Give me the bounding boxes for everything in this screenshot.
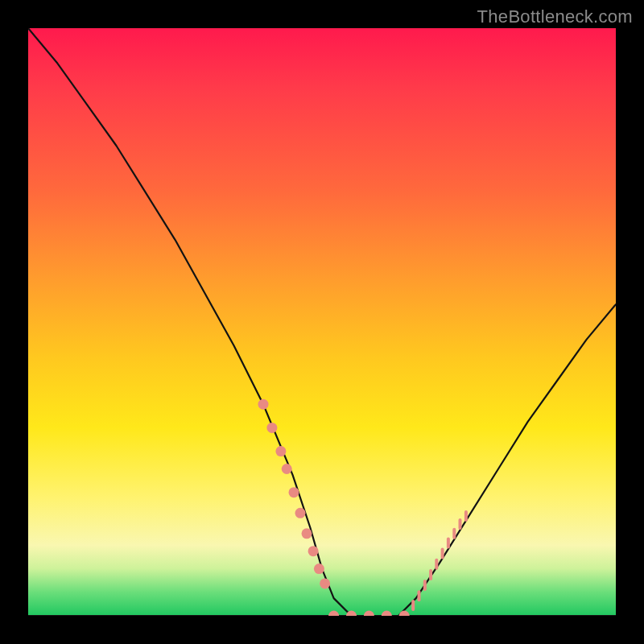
data-dot <box>289 487 299 497</box>
data-tick <box>459 518 462 530</box>
data-dot <box>282 464 292 474</box>
chart-stage: TheBottleneck.com <box>0 0 644 644</box>
data-tick <box>441 548 444 559</box>
data-dot <box>275 446 286 456</box>
data-dot <box>302 528 312 539</box>
data-dot <box>399 611 410 617</box>
data-tick <box>429 569 432 580</box>
data-tick <box>411 600 415 611</box>
data-dot <box>382 611 392 617</box>
plot-area <box>28 28 616 616</box>
data-dot <box>258 399 269 410</box>
data-dot <box>266 423 277 433</box>
data-dot <box>314 564 324 574</box>
data-dot <box>328 611 339 617</box>
data-tick <box>423 580 427 591</box>
data-dot <box>295 508 306 518</box>
bottleneck-curve <box>28 28 616 616</box>
data-tick <box>464 510 468 522</box>
data-tick <box>452 528 456 539</box>
data-dot <box>364 611 374 617</box>
watermark-text: TheBottleneck.com <box>477 6 633 27</box>
chart-svg <box>28 28 616 616</box>
data-tick <box>435 559 438 570</box>
data-tick <box>418 590 421 601</box>
data-dot <box>320 578 330 588</box>
data-tick <box>447 538 450 549</box>
data-dot <box>308 546 319 556</box>
curve-ticks-right <box>411 510 468 611</box>
